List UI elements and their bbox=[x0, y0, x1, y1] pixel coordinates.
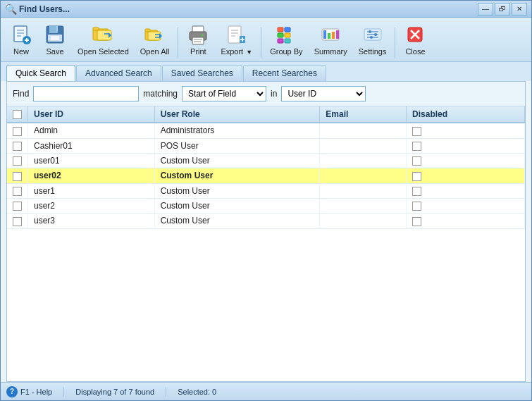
print-button[interactable]: Print bbox=[182, 20, 214, 58]
svg-rect-29 bbox=[228, 26, 241, 43]
svg-rect-18 bbox=[145, 29, 150, 32]
print-icon bbox=[187, 23, 209, 46]
cell-email bbox=[320, 138, 407, 153]
table-row[interactable]: user2Custom User bbox=[7, 198, 525, 213]
svg-point-53 bbox=[370, 36, 373, 39]
tab-quick-search[interactable]: Quick Search bbox=[6, 65, 75, 81]
open-all-label: Open All bbox=[140, 47, 170, 56]
export-button[interactable]: Export ▼ bbox=[216, 20, 257, 58]
svg-rect-11 bbox=[51, 36, 59, 40]
table-container: User ID User Role Email Disabled AdminAd… bbox=[7, 106, 525, 381]
matching-select[interactable]: Start of FieldAny PartExact Match bbox=[182, 86, 266, 101]
svg-rect-44 bbox=[328, 33, 330, 39]
row-checkbox[interactable] bbox=[13, 156, 22, 166]
table-row[interactable]: user02Custom User bbox=[7, 168, 525, 183]
window-controls: — 🗗 ✕ bbox=[478, 3, 527, 16]
toolbar: New Save bbox=[1, 18, 531, 62]
disabled-checkbox[interactable] bbox=[412, 172, 421, 181]
cell-email bbox=[320, 214, 407, 228]
matching-label: matching bbox=[143, 89, 178, 99]
help-icon[interactable]: ? bbox=[6, 386, 18, 397]
header-checkbox[interactable] bbox=[13, 110, 22, 119]
disabled-checkbox[interactable] bbox=[412, 156, 421, 166]
displaying-text: Displaying 7 of 7 found bbox=[75, 388, 154, 396]
svg-rect-36 bbox=[278, 27, 283, 32]
restore-button[interactable]: 🗗 bbox=[495, 3, 510, 16]
table-row[interactable]: user1Custom User bbox=[7, 183, 525, 198]
cell-email bbox=[320, 168, 407, 183]
cell-user-role: Custom User bbox=[154, 214, 320, 228]
save-button[interactable]: Save bbox=[39, 20, 71, 58]
cell-email bbox=[320, 198, 407, 213]
settings-icon bbox=[361, 23, 384, 46]
disabled-checkbox[interactable] bbox=[412, 217, 421, 226]
close-window-button[interactable]: ✕ bbox=[512, 3, 527, 16]
settings-button[interactable]: Settings bbox=[354, 20, 392, 58]
col-email: Email bbox=[320, 106, 407, 123]
table-row[interactable]: AdminAdministrators bbox=[7, 123, 525, 138]
disabled-checkbox[interactable] bbox=[412, 127, 421, 136]
cell-user-role: Custom User bbox=[154, 198, 320, 213]
save-label: Save bbox=[46, 47, 63, 56]
title-bar: 🔍 Find Users... — 🗗 ✕ bbox=[1, 1, 531, 18]
col-user-role: User Role bbox=[154, 106, 320, 123]
row-checkbox[interactable] bbox=[13, 217, 22, 226]
row-checkbox[interactable] bbox=[13, 172, 22, 181]
toolbar-sep-3 bbox=[395, 27, 395, 58]
row-checkbox[interactable] bbox=[13, 127, 22, 136]
row-checkbox[interactable] bbox=[13, 187, 22, 196]
cell-email bbox=[320, 153, 407, 168]
in-select[interactable]: User IDUser RoleEmail bbox=[281, 86, 366, 101]
cell-email bbox=[320, 123, 407, 138]
status-bar: ? F1 - Help Displaying 7 of 7 found Sele… bbox=[1, 382, 531, 400]
disabled-checkbox[interactable] bbox=[412, 187, 421, 196]
disabled-checkbox[interactable] bbox=[412, 202, 421, 211]
new-icon bbox=[10, 23, 32, 46]
col-checkbox bbox=[7, 106, 28, 123]
cell-user-id: user1 bbox=[28, 183, 155, 198]
open-selected-label: Open Selected bbox=[78, 47, 129, 56]
table-row[interactable]: user01Custom User bbox=[7, 153, 525, 168]
find-input[interactable] bbox=[33, 86, 139, 101]
window-title: Find Users... bbox=[19, 4, 478, 14]
open-all-button[interactable]: Open All bbox=[135, 20, 175, 58]
minimize-button[interactable]: — bbox=[478, 3, 493, 16]
row-checkbox[interactable] bbox=[13, 202, 22, 211]
cell-user-id: user3 bbox=[28, 214, 155, 228]
close-label: Close bbox=[405, 47, 425, 56]
summary-button[interactable]: Summary bbox=[309, 20, 352, 58]
new-button[interactable]: New bbox=[5, 20, 37, 58]
col-user-id: User ID bbox=[28, 106, 155, 123]
row-checkbox-cell bbox=[7, 214, 28, 228]
in-label: in bbox=[271, 89, 277, 99]
row-checkbox-cell bbox=[7, 153, 28, 168]
cell-user-role: POS User bbox=[154, 138, 320, 153]
table-row[interactable]: Cashier01POS User bbox=[7, 138, 525, 153]
tab-advanced-search[interactable]: Advanced Search bbox=[76, 65, 161, 81]
table-row[interactable]: user3Custom User bbox=[7, 214, 525, 228]
tab-saved-searches[interactable]: Saved Searches bbox=[162, 65, 242, 81]
new-label: New bbox=[13, 47, 29, 56]
disabled-checkbox[interactable] bbox=[412, 142, 421, 151]
group-by-button[interactable]: Group By bbox=[265, 20, 307, 58]
table-body: AdminAdministratorsCashier01POS Useruser… bbox=[7, 123, 525, 228]
row-checkbox-cell bbox=[7, 183, 28, 198]
print-label: Print bbox=[190, 47, 206, 56]
svg-rect-41 bbox=[285, 39, 290, 43]
open-selected-button[interactable]: Open Selected bbox=[73, 20, 134, 58]
cell-disabled bbox=[407, 183, 525, 198]
cell-user-role: Custom User bbox=[154, 168, 320, 183]
cell-disabled bbox=[407, 138, 525, 153]
close-button[interactable]: Close bbox=[399, 20, 431, 58]
save-icon bbox=[44, 23, 66, 46]
summary-icon bbox=[319, 23, 342, 46]
settings-label: Settings bbox=[359, 47, 387, 56]
row-checkbox[interactable] bbox=[13, 142, 22, 151]
svg-rect-38 bbox=[278, 33, 283, 37]
cell-user-id: user02 bbox=[28, 168, 155, 183]
help-section: ? F1 - Help bbox=[6, 386, 52, 397]
cell-disabled bbox=[407, 123, 525, 138]
svg-rect-13 bbox=[93, 27, 99, 30]
tab-recent-searches[interactable]: Recent Searches bbox=[243, 65, 326, 81]
svg-rect-40 bbox=[278, 39, 283, 43]
